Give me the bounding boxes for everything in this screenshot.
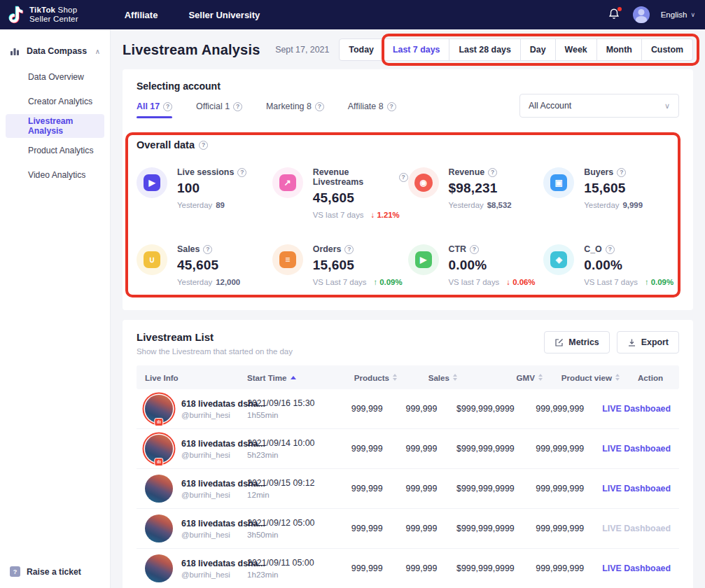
metric-sub-label: VS Last 7 days xyxy=(584,278,638,286)
sidebar-item[interactable]: Creator Analytics xyxy=(6,90,104,113)
metric-icon: ∪ xyxy=(144,251,160,268)
language-selector[interactable]: English∨ xyxy=(661,10,695,19)
help-icon[interactable] xyxy=(617,168,626,177)
metric-comparison: VS Last 7 days ↑ 0.09% xyxy=(584,278,673,286)
product-view-value: 999,999,999 xyxy=(515,524,585,533)
account-tabs: All 17 Official 1 Marketing 8 xyxy=(137,102,396,118)
account-tab[interactable]: Marketing 8 xyxy=(266,102,324,118)
metrics-button[interactable]: Metrics xyxy=(544,331,609,354)
product-view-value: 999,999,999 xyxy=(515,564,585,573)
products-value: 999,999 xyxy=(328,484,383,493)
export-button[interactable]: Export xyxy=(617,331,679,354)
metric-label: Revenue Livestreams xyxy=(313,167,396,187)
metric-value: 45,605 xyxy=(313,190,408,206)
help-icon[interactable] xyxy=(470,245,479,254)
sales-value: 999,999 xyxy=(383,404,438,414)
date-range-button[interactable]: Last 7 days xyxy=(383,38,450,61)
metric-comparison: Yesterday 12,000 xyxy=(177,278,244,286)
col-live-info: Live Info xyxy=(145,373,247,382)
metric-sub-label: Yesterday xyxy=(177,201,212,209)
metric-label: CTR xyxy=(449,244,466,254)
duration: 3h50min xyxy=(247,530,328,539)
help-icon[interactable] xyxy=(606,245,615,254)
nav-link-affiliate[interactable]: Affiliate xyxy=(125,10,158,20)
duration: 1h23min xyxy=(247,570,328,579)
start-time: 2021/09/12 05:00 xyxy=(247,518,328,528)
live-dashboard-link[interactable]: LIVE Dashboaed xyxy=(602,484,671,493)
live-dashboard-link[interactable]: LIVE Dashboaed xyxy=(602,404,671,414)
page-title: Livestream Analysis xyxy=(123,42,260,58)
sidebar-item[interactable]: Video Analytics xyxy=(6,163,104,187)
metric-sub-value: 12,000 xyxy=(216,278,240,286)
gmv-value: $999,999,9999 xyxy=(437,564,514,573)
tiktok-shop-logo[interactable]: TikTok Shop Seller Center xyxy=(7,6,78,24)
metric-comparison: Yesterday 9,999 xyxy=(584,201,646,209)
metric-icon: ◈ xyxy=(550,251,567,268)
col-products[interactable]: Products xyxy=(337,373,397,382)
metric-sub-value: 89 xyxy=(216,201,225,209)
metric-sub-label: Yesterday xyxy=(584,201,619,209)
help-icon[interactable] xyxy=(199,141,208,150)
date-range-button[interactable]: Custom xyxy=(641,38,693,61)
help-icon[interactable] xyxy=(163,102,172,111)
livestream-list-card: Livestream List Show the Livestream that… xyxy=(123,320,693,588)
col-gmv[interactable]: GMV xyxy=(457,373,543,382)
sidebar-section-data-compass[interactable]: Data Compass ∧ xyxy=(0,38,110,64)
help-icon[interactable] xyxy=(315,102,324,111)
products-value: 999,999 xyxy=(328,564,383,573)
raise-a-ticket[interactable]: ? Raise a ticket xyxy=(10,566,81,577)
sidebar-item[interactable]: Data Overview xyxy=(6,65,104,89)
metric-card: ◉ Revenue $98,231 Yesterday $8 xyxy=(408,167,544,219)
live-dashboard-link[interactable]: LIVE Dashboaed xyxy=(602,524,671,533)
sort-asc-icon xyxy=(291,376,296,379)
help-icon[interactable] xyxy=(203,245,212,254)
col-product-view[interactable]: Product view xyxy=(543,373,620,382)
help-icon[interactable] xyxy=(399,173,408,182)
metric-comparison: VS Last 7 days ↑ 0.09% xyxy=(313,278,403,286)
date-range-button[interactable]: Today xyxy=(339,38,384,61)
duration: 12min xyxy=(247,490,328,499)
notification-dot xyxy=(617,7,622,11)
metric-card: ◈ C_O 0.00% VS Last 7 days xyxy=(543,244,679,286)
help-icon[interactable] xyxy=(488,168,497,177)
sidebar-item[interactable]: Product Analytics xyxy=(6,139,104,162)
table-row: 618 livedatas dsha... @burrihi_hesi 2021… xyxy=(137,549,679,588)
products-value: 999,999 xyxy=(328,444,383,454)
help-icon[interactable] xyxy=(237,168,246,177)
sidebar-item-label: Livestream Analysis xyxy=(28,116,104,136)
metric-label: Live sessions xyxy=(177,167,234,177)
metric-delta: ↑ 0.09% xyxy=(645,278,673,286)
account-tab[interactable]: Official 1 xyxy=(196,102,242,118)
help-icon[interactable] xyxy=(387,102,396,111)
live-dashboard-link[interactable]: LIVE Dashboaed xyxy=(602,564,671,573)
col-action: Action xyxy=(620,373,671,382)
user-avatar[interactable] xyxy=(633,6,650,23)
gmv-value: $999,999,9999 xyxy=(437,524,514,533)
date-range-button[interactable]: Day xyxy=(520,38,556,61)
nav-link-seller-university[interactable]: Seller University xyxy=(188,10,260,20)
download-icon xyxy=(627,338,636,347)
sidebar-item-label: Creator Analytics xyxy=(28,97,92,106)
date-range-button[interactable]: Week xyxy=(555,38,597,61)
metric-value: $98,231 xyxy=(449,181,515,196)
metric-card: ∪ Sales 45,605 Yesterday 12,00 xyxy=(137,244,272,286)
account-tab[interactable]: All 17 xyxy=(137,102,172,118)
account-tab[interactable]: Affiliate 8 xyxy=(348,102,396,118)
metric-icon-halo: ◈ xyxy=(543,244,574,275)
notifications-bell-icon[interactable] xyxy=(608,8,622,22)
metric-label: Sales xyxy=(177,244,200,254)
col-sales[interactable]: Sales xyxy=(397,373,457,382)
date-range-button[interactable]: Last 28 days xyxy=(449,38,520,61)
account-dropdown[interactable]: All Account ∨ xyxy=(519,94,679,118)
metrics-grid: ▶ Live sessions 100 Yesterday xyxy=(137,167,679,286)
help-icon[interactable] xyxy=(344,245,354,254)
metric-label: C_O xyxy=(584,244,601,254)
sidebar-item[interactable]: Livestream Analysis xyxy=(6,114,104,138)
livestream-list-title: Livestream List xyxy=(137,331,293,343)
live-dashboard-link[interactable]: LIVE Dashboaed xyxy=(602,444,671,454)
metric-value: 45,605 xyxy=(177,258,244,273)
col-start-time[interactable]: Start Time xyxy=(247,373,337,382)
start-time: 2021/09/16 15:30 xyxy=(247,398,328,408)
date-range-button[interactable]: Month xyxy=(596,38,642,61)
help-icon[interactable] xyxy=(233,102,242,111)
